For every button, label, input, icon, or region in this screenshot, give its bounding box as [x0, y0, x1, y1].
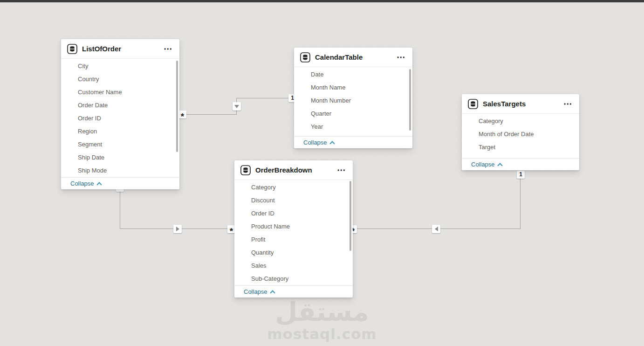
relationship-line-segment[interactable]	[236, 98, 288, 98]
field-row[interactable]: Quantity	[234, 246, 353, 259]
field-row[interactable]: Ship Mode	[61, 164, 179, 177]
field-row[interactable]: Year	[294, 120, 412, 133]
chevron-up-icon	[497, 163, 502, 168]
field-row[interactable]: Region	[61, 125, 179, 138]
table-header[interactable]: ListOfOrder ⋯	[61, 39, 179, 59]
relationship-line-segment[interactable]	[120, 189, 120, 229]
field-row[interactable]: Discount	[234, 194, 353, 207]
more-options-button[interactable]: ⋯	[336, 167, 347, 173]
table-card-salestargets[interactable]: SalesTargets ⋯ Category Month of Order D…	[462, 94, 579, 170]
more-options-button[interactable]: ⋯	[163, 46, 174, 52]
table-header[interactable]: OrderBreakdown ⋯	[234, 160, 353, 180]
field-list: Date Month Name Month Number Quarter Yea…	[294, 68, 412, 133]
field-row[interactable]: Category	[234, 181, 353, 194]
table-title: ListOfOrder	[82, 45, 163, 53]
field-row[interactable]: Quarter	[294, 107, 412, 120]
collapse-link[interactable]: Collapse	[234, 285, 353, 298]
chevron-up-icon	[270, 290, 275, 295]
collapse-link[interactable]: Collapse	[61, 177, 179, 189]
arrow-right-icon	[176, 227, 179, 231]
field-row[interactable]: Order Date	[61, 99, 179, 112]
filter-direction-arrow[interactable]	[173, 225, 182, 233]
field-list: Category Discount Order ID Product Name …	[234, 181, 353, 285]
table-icon	[468, 99, 478, 109]
collapse-link[interactable]: Collapse	[294, 136, 412, 148]
field-row[interactable]: Month Name	[294, 81, 412, 94]
arrow-left-icon	[435, 227, 438, 231]
table-card-listoforder[interactable]: ListOfOrder ⋯ City Country Customer Name…	[61, 39, 179, 189]
table-title: CalendarTable	[315, 53, 396, 61]
more-options-button[interactable]: ⋯	[562, 101, 574, 107]
field-row[interactable]: Category	[462, 115, 579, 128]
arrow-down-icon	[234, 105, 239, 108]
table-header[interactable]: SalesTargets ⋯	[462, 94, 579, 114]
field-row[interactable]: Date	[294, 68, 412, 81]
collapse-label: Collapse	[70, 180, 94, 187]
field-list: City Country Customer Name Order Date Or…	[61, 60, 179, 177]
field-row[interactable]: Product Name	[234, 220, 353, 233]
relationship-line-segment[interactable]	[186, 114, 237, 115]
model-view-canvas: * 1 * * 1 ListOf	[0, 0, 644, 346]
table-header[interactable]: CalendarTable ⋯	[294, 48, 412, 67]
field-row[interactable]: Target	[462, 141, 579, 154]
scrollbar[interactable]	[349, 181, 351, 251]
collapse-label: Collapse	[303, 139, 327, 146]
relationship-line-segment[interactable]	[520, 178, 521, 229]
field-row[interactable]: Order ID	[234, 207, 353, 220]
field-row[interactable]: Segment	[61, 138, 179, 151]
field-row[interactable]: Month Number	[294, 94, 412, 107]
field-row[interactable]: City	[61, 60, 179, 73]
field-row[interactable]: Month of Order Date	[462, 128, 579, 141]
table-title: SalesTargets	[483, 100, 562, 108]
field-row[interactable]: Customer Name	[61, 86, 179, 99]
more-options-button[interactable]: ⋯	[396, 54, 407, 61]
scrollbar[interactable]	[176, 61, 178, 152]
field-list: Category Month of Order Date Target	[462, 115, 579, 154]
scrollbar[interactable]	[409, 69, 411, 131]
field-row[interactable]: Profit	[234, 233, 353, 246]
field-row[interactable]: Sub-Category	[234, 272, 353, 285]
collapse-label: Collapse	[244, 288, 267, 295]
table-icon	[67, 44, 77, 54]
filter-direction-arrow[interactable]	[432, 225, 440, 233]
chevron-up-icon	[96, 182, 102, 187]
top-bar	[0, 0, 644, 2]
table-title: OrderBreakdown	[255, 166, 336, 174]
collapse-label: Collapse	[471, 161, 495, 168]
table-card-orderbreakdown[interactable]: OrderBreakdown ⋯ Category Discount Order…	[234, 160, 353, 298]
chevron-up-icon	[329, 141, 335, 146]
cardinality-one-badge[interactable]: 1	[517, 171, 525, 179]
table-card-calendartable[interactable]: CalendarTable ⋯ Date Month Name Month Nu…	[294, 48, 412, 148]
field-row[interactable]: Ship Date	[61, 151, 179, 164]
cardinality-many-badge[interactable]: *	[178, 111, 186, 118]
field-row[interactable]: Order ID	[61, 112, 179, 125]
table-icon	[240, 165, 251, 175]
filter-direction-arrow[interactable]	[233, 102, 241, 111]
field-row[interactable]: Country	[61, 73, 179, 86]
field-row[interactable]: Sales	[234, 259, 353, 272]
table-icon	[300, 52, 310, 62]
collapse-link[interactable]: Collapse	[462, 158, 579, 170]
